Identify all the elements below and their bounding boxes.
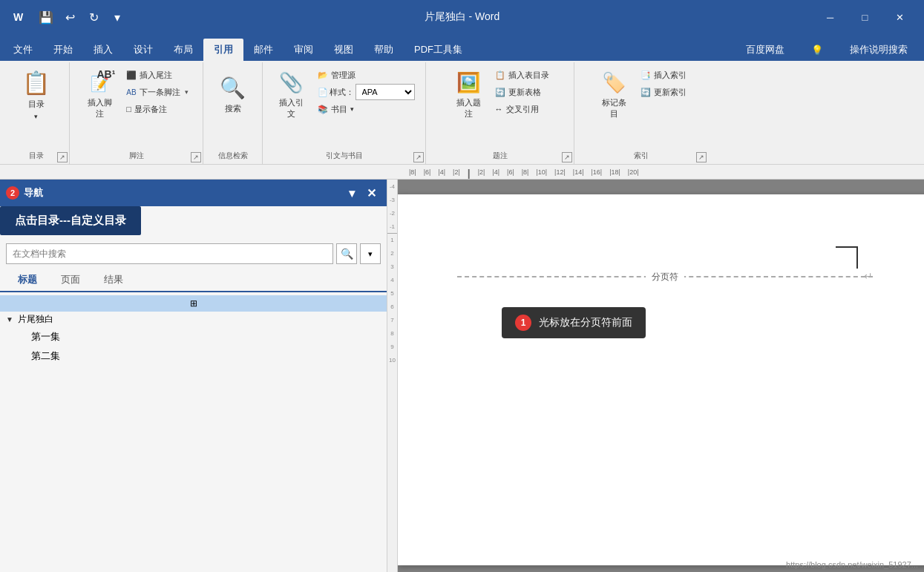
group-tizhu-expand[interactable]: ↗: [562, 152, 572, 162]
btn-insert-table-toc[interactable]: 📋 插入表目录: [492, 67, 552, 83]
nav-tab-results[interactable]: 结果: [92, 269, 135, 291]
group-suoyin: 🏷️ 标记条目 📑 插入索引 🔄 更新索引 索引 ↗: [574, 62, 708, 164]
doc-page: 分页符 ↵ 1 光标放在分页符前面: [398, 194, 924, 565]
maximize-button[interactable]: □: [848, 6, 882, 28]
btn-insert-caption[interactable]: 🖼️ 插入题注: [448, 65, 489, 125]
btn-update-index[interactable]: 🔄 更新索引: [638, 84, 689, 100]
close-button[interactable]: ✕: [883, 6, 917, 28]
tab-help[interactable]: 帮助: [364, 39, 404, 61]
nav-tab-pages[interactable]: 页面: [49, 269, 92, 291]
btn-search-label: 搜索: [225, 103, 241, 114]
doc-scroll-area: 分页符 ↵ 1 光标放在分页符前面 https://blog.csdn.net/…: [398, 180, 924, 572]
window-controls: ─ □ ✕: [813, 6, 917, 28]
tab-pdf-tools[interactable]: PDF工具集: [404, 39, 473, 61]
nav-search-btn[interactable]: 🔍: [336, 243, 357, 264]
app-icon-area: W: [7, 5, 31, 29]
ribbon-tab-bar: 文件 开始 插入 设计 布局 引用 邮件 审阅 视图 帮助 PDF工具集 百度网…: [0, 34, 924, 61]
url-bar: https://blog.csdn.net/weixin_51927...: [786, 560, 918, 569]
nav-title: 导航: [24, 186, 344, 200]
v-ruler: -4 -3 -2 -1 1 2 3 4 5 6 7 8 9 10: [387, 180, 398, 572]
btn-insert-citation[interactable]: 📎 插入引文: [271, 65, 312, 125]
nav-search-input[interactable]: [6, 243, 333, 264]
nav-tooltip: 点击目录---自定义目录: [0, 206, 141, 235]
group-jiaozu: 📝 AB¹ 插入脚注 ⬛ 插入尾注 AB 下一条脚注 ▾ □ 显示备注: [70, 62, 203, 164]
tab-search-help[interactable]: 操作说明搜索: [839, 39, 918, 61]
tab-view[interactable]: 视图: [324, 39, 364, 61]
triangle-icon: ▼: [6, 315, 13, 323]
save-button[interactable]: 💾: [36, 7, 56, 27]
toc-icon: ⊞: [190, 298, 197, 309]
mulu-icon: 📋: [22, 70, 50, 96]
page-top-area: [457, 224, 873, 269]
group-suoyin-label: 索引: [634, 151, 649, 161]
tab-references[interactable]: 引用: [203, 39, 243, 61]
group-yinwen-label: 引文与书目: [326, 151, 363, 161]
group-mulu-expand[interactable]: ↗: [57, 152, 68, 162]
nav-close-btn[interactable]: ✕: [362, 185, 381, 202]
tab-home[interactable]: 开始: [43, 39, 83, 61]
cursor-bracket: [836, 246, 858, 269]
btn-insert-index[interactable]: 📑 插入索引: [638, 67, 689, 83]
tab-help-icon[interactable]: 💡: [801, 39, 833, 61]
toc-item-label-main: 片尾独白: [18, 313, 53, 326]
cross-ref-icon: ↔: [495, 105, 503, 114]
btn-search[interactable]: 🔍 搜索: [211, 65, 255, 125]
customize-button[interactable]: ▾: [107, 7, 128, 27]
group-yinwen-expand[interactable]: ↗: [413, 152, 424, 162]
nav-dropdown-btn[interactable]: ▾: [344, 185, 359, 202]
update-table-icon: 🔄: [495, 88, 505, 97]
page-break-line: 分页符 ↵: [457, 276, 873, 277]
group-mulu: 📋 目录 ▾ 目录 ↗: [3, 62, 70, 164]
page-break-area: 分页符 ↵: [457, 276, 873, 277]
btn-insert-endnote[interactable]: ⬛ 插入尾注: [123, 67, 192, 83]
mulu-arrow: ▾: [34, 113, 38, 120]
title-text: 片尾独白 - Word: [425, 10, 500, 24]
tab-design[interactable]: 设计: [123, 39, 163, 61]
btn-manage-sources[interactable]: 📂 管理源: [315, 67, 418, 83]
group-jiaozu-expand[interactable]: ↗: [191, 152, 201, 162]
btn-next-footnote[interactable]: AB 下一条脚注 ▾: [123, 84, 192, 100]
nav-tab-headings[interactable]: 标题: [6, 269, 49, 292]
next-footnote-arrow[interactable]: ▾: [183, 88, 190, 96]
tab-insert[interactable]: 插入: [83, 39, 123, 61]
show-notes-icon: □: [126, 105, 131, 114]
nav-header: 2 导航 ▾ ✕: [0, 180, 387, 206]
btn-mulu[interactable]: 📋 目录 ▾: [18, 65, 54, 125]
nav-search-options-btn[interactable]: ▾: [360, 243, 381, 264]
tab-file[interactable]: 文件: [3, 39, 43, 61]
tab-mailings[interactable]: 邮件: [243, 39, 284, 61]
nav-toc-item-main[interactable]: ▼ 片尾独白: [0, 312, 387, 327]
update-index-icon: 🔄: [640, 88, 651, 97]
undo-button[interactable]: ↩: [59, 7, 80, 27]
endnote-icon: ⬛: [126, 70, 137, 80]
btn-show-notes[interactable]: □ 显示备注: [123, 101, 192, 117]
btn-update-table[interactable]: 🔄 更新表格: [492, 84, 552, 100]
main-area: 2 导航 ▾ ✕ 点击目录---自定义目录 🔍 ▾ 标题 页面 结果 ⊞: [0, 180, 924, 572]
group-xinxi: 🔍 搜索 信息检索: [203, 62, 263, 164]
page-break-return-icon: ↵: [864, 270, 873, 282]
style-select[interactable]: APA MLA Chicago: [355, 84, 415, 100]
doc-area: -4 -3 -2 -1 1 2 3 4 5 6 7 8 9 10: [387, 180, 924, 572]
btn-bibliography[interactable]: 📚 书目 ▾: [315, 101, 418, 117]
group-suoyin-expand[interactable]: ↗: [696, 152, 707, 162]
annotation-1-text: 光标放在分页符前面: [539, 316, 632, 329]
insert-index-icon: 📑: [640, 70, 651, 80]
btn-style[interactable]: 📄 样式： APA MLA Chicago: [315, 84, 418, 100]
btn-mark-entry-label: 标记条目: [598, 97, 630, 119]
tab-review[interactable]: 审阅: [284, 39, 324, 61]
nav-toc-highlighted-row[interactable]: ⊞: [0, 295, 387, 312]
btn-insert-footnote-label: 插入脚注: [84, 97, 116, 119]
bibliography-icon: 📚: [318, 105, 328, 114]
tab-baidu-disk[interactable]: 百度网盘: [735, 39, 795, 61]
redo-button[interactable]: ↻: [83, 7, 104, 27]
nav-toc-item-ep1[interactable]: 第一集: [22, 327, 387, 346]
btn-mark-entry[interactable]: 🏷️ 标记条目: [594, 65, 635, 125]
group-mulu-label: 目录: [29, 151, 44, 161]
caption-icon: 🖼️: [456, 71, 480, 94]
tab-layout[interactable]: 布局: [163, 39, 203, 61]
btn-cross-reference[interactable]: ↔ 交叉引用: [492, 101, 552, 117]
nav-toc-item-ep2[interactable]: 第二集: [22, 346, 387, 366]
btn-insert-footnote[interactable]: 📝 AB¹ 插入脚注: [79, 65, 120, 125]
minimize-button[interactable]: ─: [813, 6, 847, 28]
mark-entry-icon: 🏷️: [602, 71, 626, 94]
